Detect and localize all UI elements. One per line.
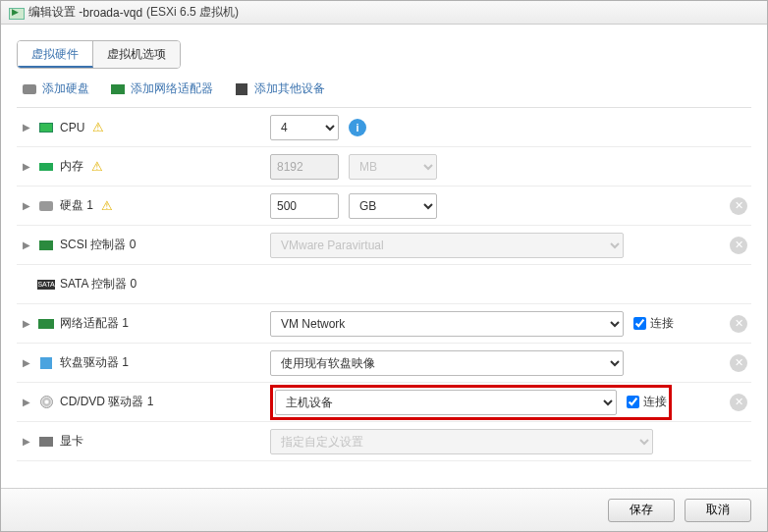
row-sata-controller: ▶ SATA SATA 控制器 0 — [17, 265, 751, 304]
expand-toggle[interactable]: ▶ — [23, 397, 32, 407]
video-card-label: 显卡 — [60, 433, 83, 450]
cpu-count-select[interactable]: 4 — [270, 115, 339, 140]
cd-connect-checkbox[interactable]: 连接 — [627, 394, 667, 410]
disk-unit-select[interactable]: GB — [349, 193, 437, 219]
title-vm-name: broada-vqd — [82, 6, 142, 20]
add-nic-label: 添加网络适配器 — [131, 80, 213, 97]
floppy-source-select[interactable]: 使用现有软盘映像 — [270, 350, 624, 376]
sata-icon: SATA — [38, 278, 54, 292]
cd-connect-label: 连接 — [643, 394, 667, 410]
disk-size-input[interactable] — [270, 193, 339, 219]
floppy-icon — [38, 356, 54, 370]
tab-vm-options[interactable]: 虚拟机选项 — [93, 41, 180, 68]
expand-toggle[interactable]: ▶ — [23, 239, 32, 250]
nic-label: 网络适配器 1 — [60, 315, 129, 332]
remove-device-button[interactable]: ✕ — [730, 354, 747, 372]
tab-virtual-hardware[interactable]: 虚拟硬件 — [18, 41, 93, 68]
add-other-label: 添加其他设备 — [254, 80, 325, 97]
cd-dvd-label: CD/DVD 驱动器 1 — [60, 394, 153, 410]
info-icon[interactable]: i — [349, 119, 366, 136]
nic-connect-label: 连接 — [650, 315, 674, 332]
cd-connect-input[interactable] — [627, 396, 639, 408]
add-network-adapter-button[interactable]: 添加网络适配器 — [111, 80, 213, 97]
remove-device-button[interactable]: ✕ — [730, 197, 747, 215]
cd-dvd-icon — [38, 396, 54, 409]
sata-label: SATA 控制器 0 — [60, 276, 137, 293]
expand-toggle[interactable]: ▶ — [23, 357, 32, 368]
network-adapter-icon — [111, 82, 125, 96]
scsi-icon — [38, 239, 54, 252]
scsi-type-select: VMware Paravirtual — [270, 233, 624, 258]
add-hard-disk-label: 添加硬盘 — [42, 80, 89, 97]
expand-toggle[interactable]: ▶ — [23, 161, 32, 172]
remove-device-button[interactable]: ✕ — [730, 394, 747, 411]
hard-disk-icon — [38, 199, 54, 213]
add-other-device-button[interactable]: 添加其他设备 — [235, 80, 325, 97]
remove-device-button[interactable]: ✕ — [730, 237, 747, 254]
warning-icon: ⚠ — [92, 120, 104, 134]
nic-connect-input[interactable] — [633, 317, 646, 330]
titlebar: 编辑设置 - broada-vqd (ESXi 6.5 虚拟机) — [1, 1, 767, 25]
title-suffix: (ESXi 6.5 虚拟机) — [146, 4, 239, 21]
row-floppy-drive: ▶ 软盘驱动器 1 使用现有软盘映像 ✕ — [17, 344, 751, 383]
cpu-label: CPU — [60, 121, 84, 134]
cpu-icon — [38, 121, 54, 134]
hardware-list: ▶ CPU ⚠ 4 i ▶ 内存 ⚠ — [17, 108, 751, 488]
nic-connect-checkbox[interactable]: 连接 — [633, 315, 674, 332]
memory-size-input — [270, 154, 339, 180]
save-button[interactable]: 保存 — [608, 499, 675, 522]
dialog-footer: 保存 取消 — [1, 488, 767, 531]
other-device-icon — [235, 82, 248, 96]
remove-device-button[interactable]: ✕ — [730, 315, 747, 333]
row-cpu: ▶ CPU ⚠ 4 i — [17, 108, 751, 147]
warning-icon: ⚠ — [101, 198, 113, 213]
hard-disk-icon — [23, 82, 36, 96]
video-settings-select: 指定自定义设置 — [270, 429, 653, 454]
cd-dvd-source-select[interactable]: 主机设备 — [275, 390, 617, 415]
floppy-label: 软盘驱动器 1 — [60, 354, 129, 371]
memory-label: 内存 — [60, 158, 83, 175]
memory-icon — [38, 160, 54, 174]
scsi-label: SCSI 控制器 0 — [60, 237, 136, 253]
vm-icon — [9, 6, 23, 20]
row-scsi-controller: ▶ SCSI 控制器 0 VMware Paravirtual ✕ — [17, 226, 751, 265]
cancel-button[interactable]: 取消 — [685, 499, 751, 522]
row-hard-disk: ▶ 硬盘 1 ⚠ GB ✕ — [17, 186, 751, 226]
nic-network-select[interactable]: VM Network — [270, 311, 624, 337]
tabs: 虚拟硬件 虚拟机选项 — [17, 40, 181, 69]
network-adapter-icon — [38, 317, 54, 331]
expand-toggle[interactable]: ▶ — [23, 200, 32, 211]
video-card-icon — [38, 435, 54, 449]
warning-icon: ⚠ — [91, 159, 103, 174]
row-cd-dvd-drive: ▶ CD/DVD 驱动器 1 主机设备 连接 ✕ — [17, 383, 751, 422]
add-hard-disk-button[interactable]: 添加硬盘 — [23, 80, 89, 97]
toolbar: 添加硬盘 添加网络适配器 添加其他设备 — [17, 73, 751, 108]
expand-toggle[interactable]: ▶ — [23, 318, 32, 329]
edit-settings-dialog: 编辑设置 - broada-vqd (ESXi 6.5 虚拟机) 虚拟硬件 虚拟… — [0, 0, 768, 532]
hard-disk-label: 硬盘 1 — [60, 197, 93, 214]
highlighted-selection: 主机设备 连接 — [270, 385, 672, 420]
expand-toggle[interactable]: ▶ — [23, 122, 32, 133]
memory-unit-select: MB — [349, 154, 437, 180]
row-network-adapter: ▶ 网络适配器 1 VM Network 连接 ✕ — [17, 304, 751, 344]
title-prefix: 编辑设置 - — [28, 4, 82, 21]
row-memory: ▶ 内存 ⚠ MB — [17, 147, 751, 186]
expand-toggle[interactable]: ▶ — [23, 436, 32, 447]
row-video-card: ▶ 显卡 指定自定义设置 — [17, 422, 751, 461]
